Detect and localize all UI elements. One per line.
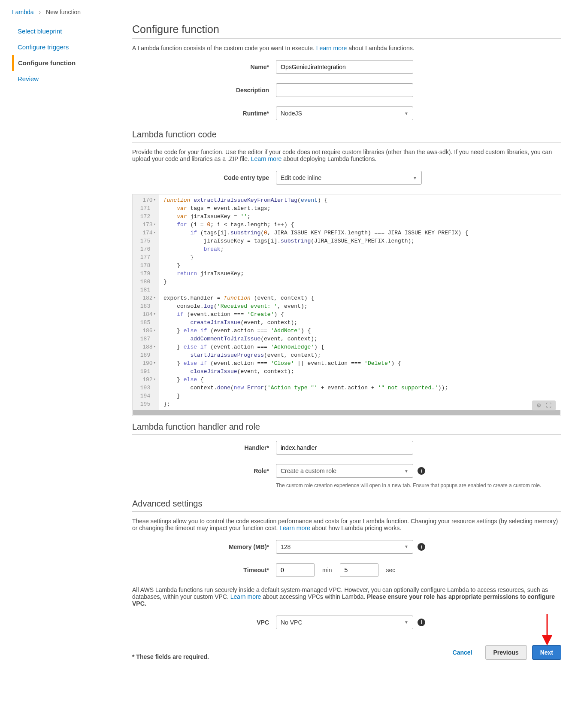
role-hint: The custom role creation experience will… bbox=[276, 482, 541, 489]
code-section-description: Provide the code for your function. Use … bbox=[132, 149, 561, 162]
memory-select[interactable]: 128▼ bbox=[276, 540, 413, 554]
previous-button[interactable]: Previous bbox=[485, 645, 527, 660]
sidebar-item-select-blueprint[interactable]: Select blueprint bbox=[12, 23, 119, 39]
breadcrumb-root[interactable]: Lambda bbox=[12, 9, 34, 15]
divider bbox=[132, 142, 561, 143]
caret-down-icon: ▼ bbox=[404, 544, 409, 549]
vpc-label: VPC bbox=[132, 619, 276, 626]
caret-down-icon: ▼ bbox=[404, 111, 409, 116]
name-input[interactable] bbox=[276, 60, 413, 74]
chevron-right-icon: › bbox=[39, 9, 41, 15]
description-label: Description bbox=[132, 87, 276, 94]
advanced-title: Advanced settings bbox=[132, 499, 561, 509]
info-icon[interactable]: i bbox=[418, 619, 425, 626]
cancel-button[interactable]: Cancel bbox=[445, 646, 480, 659]
required-note: * These fields are required. bbox=[132, 653, 209, 660]
caret-down-icon: ▼ bbox=[404, 620, 409, 625]
next-button[interactable]: Next bbox=[532, 645, 561, 660]
timeout-sec-unit: sec bbox=[386, 567, 396, 573]
sidebar-item-configure-triggers[interactable]: Configure triggers bbox=[12, 39, 119, 55]
breadcrumb-current: New function bbox=[46, 9, 81, 15]
code-entry-type-label: Code entry type bbox=[132, 174, 276, 181]
divider bbox=[132, 434, 561, 435]
memory-label: Memory (MB)* bbox=[132, 543, 276, 550]
learn-more-link[interactable]: Learn more bbox=[316, 45, 347, 52]
gear-icon[interactable]: ⚙ bbox=[536, 402, 542, 409]
description-input[interactable] bbox=[276, 83, 413, 97]
runtime-label: Runtime* bbox=[132, 110, 276, 117]
vpc-description: All AWS Lambda functions run securely in… bbox=[132, 586, 561, 607]
timeout-sec-input[interactable] bbox=[340, 563, 378, 577]
code-section-title: Lambda function code bbox=[132, 130, 561, 140]
handler-section-title: Lambda function handler and role bbox=[132, 422, 561, 432]
horizontal-scrollbar[interactable] bbox=[133, 410, 560, 415]
editor-toolbar: ⚙ ⛶ bbox=[532, 400, 556, 410]
wizard-sidebar: Select blueprint Configure triggers Conf… bbox=[12, 23, 132, 660]
role-label: Role* bbox=[132, 467, 276, 474]
code-gutter: 170 ▾171 172 173 ▾174 ▾175 176 177 178 1… bbox=[133, 194, 159, 410]
caret-down-icon: ▼ bbox=[413, 176, 417, 180]
learn-more-link[interactable]: Learn more bbox=[230, 593, 261, 600]
breadcrumb: Lambda › New function bbox=[12, 9, 563, 15]
sidebar-item-configure-function[interactable]: Configure function bbox=[12, 55, 119, 71]
caret-down-icon: ▼ bbox=[404, 469, 409, 473]
name-label: Name* bbox=[132, 64, 276, 70]
role-select[interactable]: Create a custom role▼ bbox=[276, 464, 413, 478]
configure-description: A Lambda function consists of the custom… bbox=[132, 45, 561, 52]
sidebar-item-review[interactable]: Review bbox=[12, 71, 119, 87]
info-icon[interactable]: i bbox=[418, 467, 425, 475]
learn-more-link[interactable]: Learn more bbox=[251, 155, 282, 162]
handler-input[interactable] bbox=[276, 441, 413, 455]
vpc-select[interactable]: No VPC▼ bbox=[276, 616, 413, 629]
timeout-min-input[interactable] bbox=[276, 563, 315, 577]
timeout-min-unit: min bbox=[322, 567, 332, 573]
divider bbox=[132, 511, 561, 512]
handler-label: Handler* bbox=[132, 444, 276, 451]
code-area[interactable]: function extractJiraIssueKeyFromAlertTag… bbox=[159, 194, 561, 410]
advanced-description: These settings allow you to control the … bbox=[132, 518, 561, 531]
code-editor[interactable]: 170 ▾171 172 173 ▾174 ▾175 176 177 178 1… bbox=[132, 194, 561, 416]
code-entry-type-select[interactable]: Edit code inline▼ bbox=[276, 171, 422, 185]
expand-icon[interactable]: ⛶ bbox=[546, 402, 551, 409]
page-title: Configure function bbox=[132, 23, 561, 36]
divider bbox=[132, 38, 561, 39]
learn-more-link[interactable]: Learn more bbox=[279, 525, 310, 531]
info-icon[interactable]: i bbox=[418, 543, 425, 551]
timeout-label: Timeout* bbox=[132, 567, 276, 573]
runtime-select[interactable]: NodeJS▼ bbox=[276, 106, 413, 120]
